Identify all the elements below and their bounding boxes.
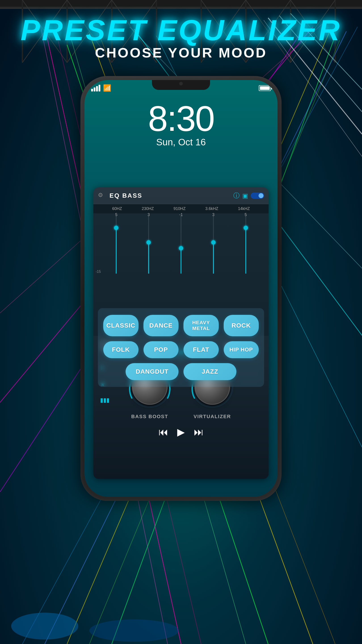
preset-dangdut[interactable]: DANGDUT <box>126 363 179 380</box>
phone-notch <box>152 80 210 90</box>
transport-controls: ⏮ ▶ ⏭ <box>100 426 262 438</box>
square-icon[interactable]: ▣ <box>242 192 248 200</box>
signal-bar-1 <box>91 89 93 92</box>
preset-flat[interactable]: FLAT <box>183 341 219 358</box>
preset-jazz[interactable]: JAZZ <box>183 363 236 380</box>
preset-rock[interactable]: ROCK <box>224 315 259 336</box>
slider-60hz[interactable]: 5 <box>112 213 121 276</box>
track-60hz <box>116 216 117 274</box>
presets-row1: CLASSIC DANCE HEAVY METAL ROCK <box>103 315 259 336</box>
signal-bar-4 <box>98 85 100 92</box>
eq-icons: ⓘ ▣ <box>233 192 264 200</box>
header: PRESET EQUALIZER CHOOSE YOUR MOOD <box>0 14 362 60</box>
bars-icon: ▮▮▮ <box>100 397 109 404</box>
signal-icon <box>91 85 100 92</box>
info-icon[interactable]: ⓘ <box>233 192 240 200</box>
main-title: PRESET EQUALIZER <box>0 14 362 47</box>
track-36khz <box>213 216 214 274</box>
eq-toggle-dot <box>259 193 264 198</box>
virtualizer-label: VIRTUALIZER <box>194 414 231 420</box>
eq-toggle[interactable] <box>251 192 264 199</box>
slider-910hz[interactable]: -1 <box>177 213 185 276</box>
phone-screen: 📶 8:30 Sun, Oct 16 ⚙ EQ BASS ⓘ <box>84 80 278 497</box>
presets-row3: DANGDUT JAZZ <box>103 363 259 380</box>
freq-910hz: 910HZ <box>173 206 185 211</box>
slider-36khz[interactable]: 3 <box>209 213 218 276</box>
preset-hip-hop[interactable]: HIP HOP <box>224 341 259 358</box>
preset-classic[interactable]: CLASSIC <box>103 315 139 336</box>
freq-14khz: 14kHZ <box>238 206 250 211</box>
freq-230hz: 230HZ <box>142 206 154 211</box>
svg-point-45 <box>11 613 78 640</box>
wifi-icon: 📶 <box>103 84 111 92</box>
battery-fill <box>260 86 270 90</box>
presets-overlay: CLASSIC DANCE HEAVY METAL ROCK FOLK POP … <box>98 308 264 387</box>
track-14khz <box>245 216 246 274</box>
presets-row2: FOLK POP FLAT HIP HOP <box>103 341 259 358</box>
slider-230hz[interactable]: 3 <box>144 213 153 276</box>
next-button[interactable]: ⏭ <box>194 426 204 438</box>
gear-icon[interactable]: ⚙ <box>98 192 106 200</box>
svg-rect-0 <box>0 0 362 7</box>
freq-36khz: 3.6kHZ <box>205 206 218 211</box>
preset-folk[interactable]: FOLK <box>103 341 139 358</box>
eq-sliders-area: -15 5 3 <box>93 213 269 276</box>
slider-14khz[interactable]: 5 <box>241 213 250 276</box>
bass-boost-label: BASS BOOST <box>131 414 168 420</box>
eq-title: EQ BASS <box>109 192 233 199</box>
clock-time: 8:30 <box>84 98 278 139</box>
phone-device: 📶 8:30 Sun, Oct 16 ⚙ EQ BASS ⓘ <box>80 76 282 501</box>
sub-title: CHOOSE YOUR MOOD <box>0 45 362 60</box>
status-left: 📶 <box>91 84 111 92</box>
clock-date: Sun, Oct 16 <box>84 137 278 148</box>
preset-pop[interactable]: POP <box>143 341 179 358</box>
freq-60hz: 60HZ <box>112 206 122 211</box>
track-910hz <box>181 216 181 274</box>
eq-header: ⚙ EQ BASS ⓘ ▣ <box>93 188 269 204</box>
preset-heavy-metal[interactable]: HEAVY METAL <box>183 315 219 336</box>
preset-dance[interactable]: DANCE <box>143 315 179 336</box>
eq-freq-bar: 60HZ 230HZ 910HZ 3.6kHZ 14kHZ <box>93 204 269 213</box>
signal-bar-2 <box>94 88 95 92</box>
phone-outer-shell: 📶 8:30 Sun, Oct 16 ⚙ EQ BASS ⓘ <box>80 76 282 501</box>
play-pause-button[interactable]: ▶ <box>177 426 185 438</box>
clock-area: 8:30 Sun, Oct 16 <box>84 98 278 148</box>
prev-button[interactable]: ⏮ <box>158 426 168 438</box>
battery-icon <box>259 85 271 91</box>
svg-point-46 <box>89 620 179 642</box>
svg-rect-1 <box>0 7 362 8</box>
db-labels: -15 <box>96 213 101 276</box>
track-230hz <box>148 216 149 274</box>
eq-panel: ⚙ EQ BASS ⓘ ▣ 60HZ 230HZ 910HZ 3.6k <box>93 188 269 479</box>
signal-bar-3 <box>96 86 98 92</box>
db-bot: -15 <box>96 270 101 274</box>
